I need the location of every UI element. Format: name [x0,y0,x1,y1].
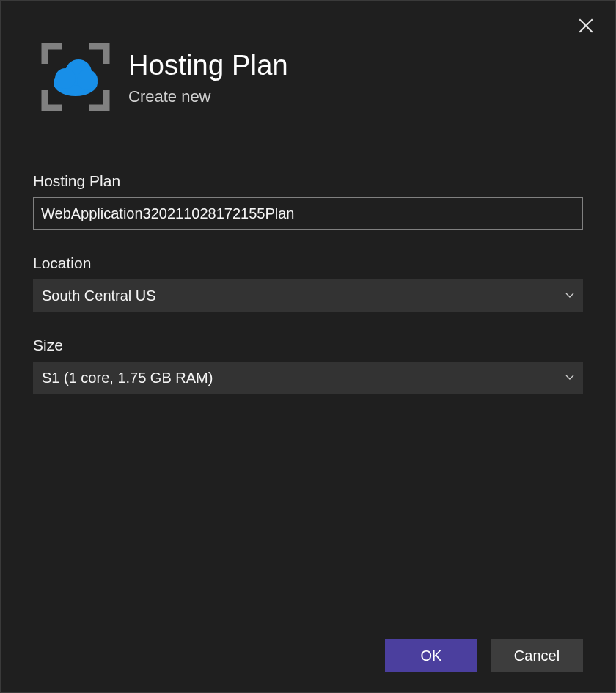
hosting-plan-field: Hosting Plan [33,172,583,230]
close-icon [579,18,593,36]
size-select[interactable]: S1 (1 core, 1.75 GB RAM) [33,362,583,394]
size-field: Size S1 (1 core, 1.75 GB RAM) [33,337,583,394]
dialog-form: Hosting Plan Location South Central US S… [1,122,615,419]
svg-point-4 [55,68,76,89]
cancel-button[interactable]: Cancel [491,639,583,672]
location-select[interactable]: South Central US [33,279,583,312]
size-label: Size [33,337,583,354]
hosting-plan-label: Hosting Plan [33,172,583,190]
dialog-header: Hosting Plan Create new [1,1,615,122]
hosting-plan-icon [40,42,111,115]
dialog-footer: OK Cancel [385,639,583,672]
chevron-down-icon [565,375,574,381]
cancel-button-label: Cancel [514,648,560,664]
location-selected-value: South Central US [42,287,156,304]
ok-button-label: OK [421,648,442,664]
close-button[interactable] [573,14,599,40]
chevron-down-icon [565,293,574,298]
ok-button[interactable]: OK [385,639,477,672]
dialog-title: Hosting Plan [128,51,288,81]
svg-point-5 [77,70,98,90]
dialog-subtitle: Create new [128,87,288,106]
hosting-plan-input[interactable] [33,197,583,230]
hosting-plan-dialog: Hosting Plan Create new Hosting Plan Loc… [0,0,616,693]
location-label: Location [33,254,583,272]
dialog-header-text: Hosting Plan Create new [128,51,288,106]
location-field: Location South Central US [33,254,583,312]
size-selected-value: S1 (1 core, 1.75 GB RAM) [42,370,213,386]
